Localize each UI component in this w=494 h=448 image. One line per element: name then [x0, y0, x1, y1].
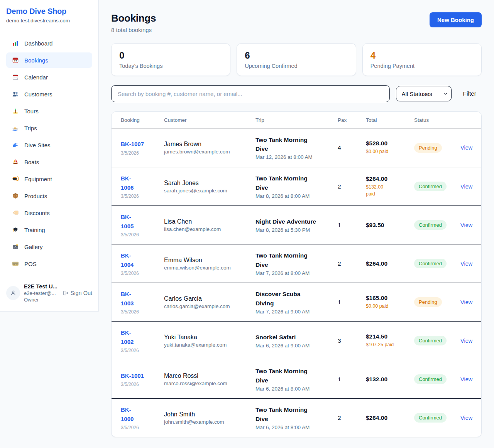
total-cell: $93.50 [366, 222, 414, 229]
booking-id-link[interactable]: BK- 1003 [121, 290, 134, 308]
view-link[interactable]: View [460, 338, 472, 344]
table-body: BK-1007 3/5/2026 James Brown james.brown… [112, 128, 481, 437]
trip-date: Mar 12, 2026 at 8:00 AM [255, 154, 338, 160]
actions-cell: View [460, 376, 472, 383]
trip-cell: Night Dive Adventure Mar 8, 2026 at 5:30… [255, 217, 338, 233]
customer-name: Marco Rossi [164, 372, 255, 379]
booking-cell: BK-1001 3/5/2026 [121, 371, 164, 387]
actions-cell: View [460, 183, 472, 190]
user-name: E2E Test U... [24, 283, 58, 290]
booking-id-link[interactable]: BK-1001 [121, 371, 144, 380]
sidebar-item-label: Discounts [24, 210, 50, 216]
view-link[interactable]: View [460, 184, 472, 190]
page-title: Bookings [111, 12, 156, 24]
stat-label: Today's Bookings [119, 63, 222, 69]
pax-value: 2 [338, 414, 366, 421]
sidebar-item-calendar[interactable]: Calendar [6, 69, 92, 85]
sidebar-item-boats[interactable]: Boats [6, 154, 92, 170]
customer-cell: Yuki Tanaka yuki.tanaka@example.com [164, 334, 255, 348]
sidebar-item-pos[interactable]: POS [6, 256, 92, 271]
sidebar-item-label: Equipment [24, 176, 52, 182]
sidebar-item-label: Dive Sites [24, 142, 51, 148]
customers-icon [12, 91, 19, 98]
total-cell: $528.00 $0.00 paid [366, 140, 414, 155]
view-link[interactable]: View [460, 376, 472, 382]
booking-id-link[interactable]: BK- 1005 [121, 212, 134, 231]
status-badge: Confirmed [414, 182, 447, 191]
sidebar-item-products[interactable]: Products [6, 188, 92, 204]
sidebar-item-trips[interactable]: Trips [6, 120, 92, 136]
training-icon [12, 226, 19, 233]
sidebar-item-discounts[interactable]: Discounts [6, 205, 92, 221]
booking-id-link[interactable]: BK-1007 [121, 140, 144, 148]
sidebar-item-customers[interactable]: Customers [6, 86, 92, 102]
trip-name: Two Tank Morning Dive [255, 174, 338, 192]
view-link[interactable]: View [460, 145, 472, 151]
actions-cell: View [460, 222, 472, 229]
column-booking: Booking [121, 117, 164, 123]
booking-date: 3/5/2026 [121, 382, 164, 387]
shop-domain: demo.test.divestreams.com [6, 18, 92, 24]
customer-name: Sarah Jones [164, 180, 255, 187]
status-filter-select[interactable]: All Statuses [396, 86, 452, 101]
total-amount: $528.00 [366, 140, 414, 147]
sidebar-nav: Dashboard 17 Bookings Calendar Customers… [0, 30, 98, 277]
sidebar-item-training[interactable]: Training [6, 222, 92, 237]
new-booking-button[interactable]: New Booking [430, 12, 482, 27]
bookings-table: Booking Customer Trip Pax Total Status B… [111, 111, 482, 437]
trip-date: Mar 6, 2026 at 8:00 AM [255, 386, 338, 392]
table-row: BK- 1003 3/5/2026 Carlos Garcia carlos.g… [112, 283, 481, 321]
main-content: Bookings 8 total bookings New Booking 0 … [99, 0, 494, 448]
customer-cell: James Brown james.brown@example.com [164, 141, 255, 155]
total-amount: $264.00 [366, 260, 414, 267]
shop-name-link[interactable]: Demo Dive Shop [6, 7, 92, 16]
trip-date: Mar 8, 2026 at 5:30 PM [255, 227, 338, 233]
stat-card-todays-bookings: 0 Today's Bookings [111, 43, 230, 76]
pos-icon [12, 260, 19, 267]
status-badge: Confirmed [414, 220, 447, 230]
sidebar-item-dashboard[interactable]: Dashboard [6, 35, 92, 51]
user-role: Owner [24, 297, 58, 303]
filter-button[interactable]: Filter [458, 90, 482, 97]
sidebar-item-gallery[interactable]: Gallery [6, 239, 92, 254]
trip-cell: Two Tank Morning Dive Mar 8, 2026 at 8:0… [255, 174, 338, 199]
sidebar: Demo Dive Shop demo.test.divestreams.com… [0, 0, 99, 312]
customer-email: emma.wilson@example.com [164, 265, 255, 271]
booking-id-link[interactable]: BK- 1002 [121, 328, 134, 346]
customer-name: Lisa Chen [164, 218, 255, 225]
stat-value: 4 [370, 50, 474, 61]
booking-date: 3/5/2026 [121, 232, 164, 237]
total-cell: $132.00 [366, 376, 414, 383]
trip-date: Mar 8, 2026 at 8:00 AM [255, 193, 338, 199]
search-input[interactable] [111, 85, 390, 102]
view-link[interactable]: View [460, 261, 472, 267]
sidebar-item-equipment[interactable]: Equipment [6, 171, 92, 187]
booking-id-link[interactable]: BK- 1004 [121, 251, 134, 269]
user-meta: E2E Test U... e2e-tester@... Owner [24, 283, 58, 303]
stats-row: 0 Today's Bookings 6 Upcoming Confirmed … [111, 43, 482, 76]
sidebar-item-label: Bookings [24, 57, 48, 64]
booking-id-link[interactable]: BK- 1000 [121, 405, 134, 423]
sidebar-item-bookings[interactable]: 17 Bookings [6, 52, 92, 68]
booking-id-link[interactable]: BK- 1006 [121, 174, 134, 192]
total-amount: $264.00 [366, 175, 414, 182]
trip-name: Snorkel Safari [255, 333, 338, 342]
avatar [6, 286, 20, 300]
column-trip: Trip [255, 117, 338, 123]
table-row: BK- 1006 3/5/2026 Sarah Jones sarah.jone… [112, 167, 481, 205]
view-link[interactable]: View [460, 299, 472, 305]
column-pax: Pax [338, 117, 366, 123]
trip-date: Mar 7, 2026 at 8:00 AM [255, 270, 338, 276]
view-link[interactable]: View [460, 222, 472, 228]
sign-out-button[interactable]: Sign Out [62, 290, 92, 296]
view-link[interactable]: View [460, 415, 472, 421]
pax-value: 1 [338, 376, 366, 383]
actions-cell: View [460, 260, 472, 267]
calendar-icon [12, 74, 19, 81]
trip-date: Mar 7, 2026 at 9:00 AM [255, 309, 338, 315]
sidebar-item-dive-sites[interactable]: Dive Sites [6, 137, 92, 153]
paid-amount: $107.25 paid [366, 341, 414, 348]
equipment-icon [12, 175, 19, 182]
trip-date: Mar 6, 2026 at 8:00 AM [255, 424, 338, 430]
sidebar-item-tours[interactable]: Tours [6, 103, 92, 119]
